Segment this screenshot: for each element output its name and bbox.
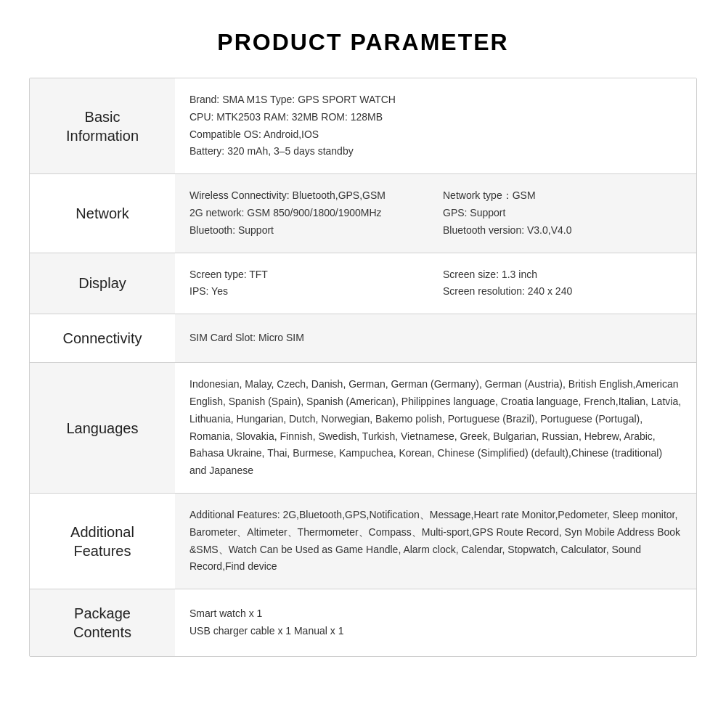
table-row: NetworkWireless Connectivity: Bluetooth,… xyxy=(30,174,696,253)
row-content-languages: Indonesian, Malay, Czech, Danish, German… xyxy=(175,363,696,493)
row-label-additional-features: Additional Features xyxy=(30,494,175,589)
table-row: DisplayScreen type: TFTIPS: YesScreen si… xyxy=(30,253,696,315)
row-label-languages: Languages xyxy=(30,363,175,493)
table-row: LanguagesIndonesian, Malay, Czech, Danis… xyxy=(30,363,696,494)
table-row: Package ContentsSmart watch x 1USB charg… xyxy=(30,589,696,656)
row-label-connectivity: Connectivity xyxy=(30,314,175,362)
row-label-display: Display xyxy=(30,253,175,314)
row-content-connectivity: SIM Card Slot: Micro SIM xyxy=(175,314,696,362)
page-title: PRODUCT PARAMETER xyxy=(29,29,697,56)
row-content-network: Wireless Connectivity: Bluetooth,GPS,GSM… xyxy=(175,174,696,252)
row-col2-display: Screen size: 1.3 inchScreen resolution: … xyxy=(443,266,682,301)
row-col1-network: Wireless Connectivity: Bluetooth,GPS,GSM… xyxy=(189,187,428,239)
product-table: Basic InformationBrand: SMA M1S Type: GP… xyxy=(29,78,697,657)
row-col1-display: Screen type: TFTIPS: Yes xyxy=(189,266,428,301)
row-content-package-contents: Smart watch x 1USB charger cable x 1 Man… xyxy=(175,589,696,656)
row-content-basic-information: Brand: SMA M1S Type: GPS SPORT WATCHCPU:… xyxy=(175,78,696,173)
table-row: Additional FeaturesAdditional Features: … xyxy=(30,494,696,589)
row-label-basic-information: Basic Information xyxy=(30,78,175,173)
row-content-additional-features: Additional Features: 2G,Bluetooth,GPS,No… xyxy=(175,494,696,589)
table-row: ConnectivitySIM Card Slot: Micro SIM xyxy=(30,314,696,363)
row-label-network: Network xyxy=(30,174,175,252)
table-row: Basic InformationBrand: SMA M1S Type: GP… xyxy=(30,78,696,174)
row-col2-network: Network type：GSMGPS: SupportBluetooth ve… xyxy=(443,187,682,239)
row-content-display: Screen type: TFTIPS: YesScreen size: 1.3… xyxy=(175,253,696,314)
row-label-package-contents: Package Contents xyxy=(30,589,175,656)
